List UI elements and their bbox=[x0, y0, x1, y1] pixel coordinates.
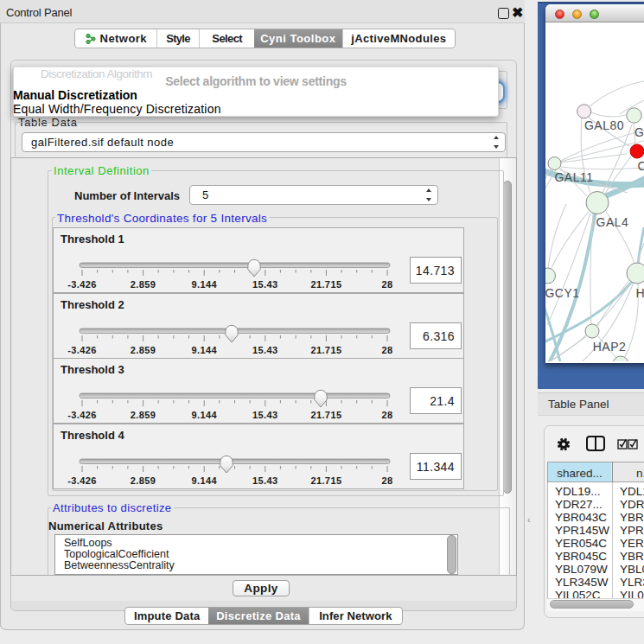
svg-text:2.859: 2.859 bbox=[131, 410, 156, 420]
svg-text:HAP2: HAP2 bbox=[593, 340, 627, 354]
svg-text:-3.426: -3.426 bbox=[67, 475, 97, 486]
svg-text:15.43: 15.43 bbox=[252, 279, 278, 290]
svg-text:28: 28 bbox=[381, 279, 392, 290]
svg-text:21.715: 21.715 bbox=[310, 279, 341, 290]
svg-text:9.144: 9.144 bbox=[191, 345, 217, 355]
svg-text:15.43: 15.43 bbox=[252, 475, 278, 486]
svg-text:GAL: GAL bbox=[634, 125, 644, 139]
svg-text:CDC: CDC bbox=[638, 159, 644, 173]
svg-text:21.715: 21.715 bbox=[310, 475, 341, 486]
svg-text:-3.426: -3.426 bbox=[67, 345, 97, 355]
svg-text:GAL80: GAL80 bbox=[584, 118, 624, 132]
svg-text:2.859: 2.859 bbox=[131, 475, 156, 486]
svg-text:GAL4: GAL4 bbox=[596, 215, 629, 229]
svg-text:2.859: 2.859 bbox=[131, 279, 156, 290]
svg-text:15.43: 15.43 bbox=[252, 345, 278, 355]
svg-text:GAL11: GAL11 bbox=[554, 170, 593, 184]
svg-text:21.715: 21.715 bbox=[310, 345, 341, 355]
svg-text:2.859: 2.859 bbox=[131, 345, 156, 355]
svg-text:-3.426: -3.426 bbox=[67, 279, 97, 290]
svg-text:28: 28 bbox=[381, 345, 392, 355]
svg-text:GCY1: GCY1 bbox=[545, 286, 580, 300]
svg-text:28: 28 bbox=[381, 410, 392, 420]
svg-text:-3.426: -3.426 bbox=[67, 410, 97, 420]
svg-text:28: 28 bbox=[381, 475, 392, 486]
svg-text:21.715: 21.715 bbox=[310, 410, 341, 420]
svg-text:9.144: 9.144 bbox=[191, 410, 217, 420]
svg-text:HIS: HIS bbox=[636, 286, 644, 300]
svg-text:15.43: 15.43 bbox=[252, 410, 278, 420]
svg-text:9.144: 9.144 bbox=[191, 475, 217, 486]
svg-text:9.144: 9.144 bbox=[191, 279, 217, 290]
